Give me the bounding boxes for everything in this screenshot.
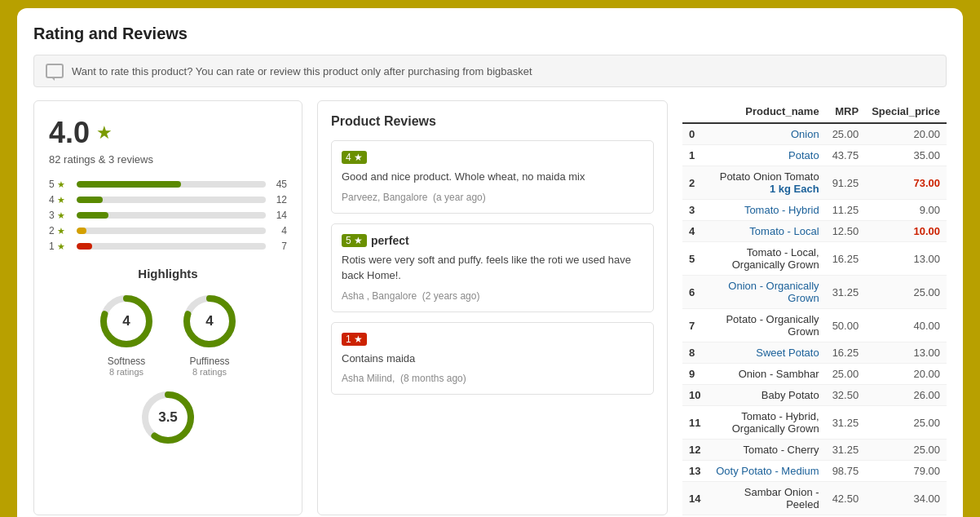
rating-score: 4.0 [49, 116, 90, 150]
cell-name: Potato - Organically Grown [707, 309, 825, 342]
info-bar: Want to rate this product? You can rate … [33, 55, 947, 87]
cell-name: Onion - Sambhar [707, 364, 825, 385]
review-title-2: perfect [371, 234, 409, 247]
cell-mrp: 11.25 [826, 200, 866, 221]
cell-name: Ooty Potato - Medium [707, 461, 825, 482]
cell-mrp: 98.75 [826, 461, 866, 482]
cell-name: Tomato - Cherry [707, 440, 825, 461]
bar-label-3: 3 ★ [49, 210, 72, 221]
table-row: 3 Tomato - Hybrid 11.25 9.00 [682, 200, 947, 221]
cell-special: 10.00 [865, 221, 947, 242]
table-panel: Product_name MRP Special_price 0 Onion 2… [682, 100, 947, 515]
col-mrp: MRP [826, 100, 866, 123]
cell-name: Sweet Potato [707, 342, 825, 364]
review-meta-3: Asha Milind, (8 months ago) [342, 373, 643, 384]
puffiness-donut: 4 [180, 292, 239, 351]
reviews-title: Product Reviews [331, 114, 654, 129]
bar-track-5 [77, 181, 266, 188]
softness-value: 4 [122, 313, 130, 329]
table-row: 12 Tomato - Cherry 31.25 25.00 [682, 440, 947, 461]
cell-index: 14 [682, 482, 707, 515]
cell-index: 9 [682, 364, 707, 385]
cell-name: Tomato - Hybrid [707, 200, 825, 221]
table-row: 8 Sweet Potato 16.25 13.00 [682, 342, 947, 364]
review-time-3: (8 months ago) [400, 373, 466, 384]
bar-fill-3 [77, 212, 108, 219]
bar-row-5: 5 ★ 45 [49, 179, 287, 190]
softness-donut: 4 [97, 292, 156, 351]
col-index [682, 100, 707, 123]
center-donut: 3.5 [139, 388, 197, 447]
cell-name: Onion - Organically Grown [707, 276, 825, 309]
bar-label-4: 4 ★ [49, 194, 72, 205]
review-card-1: 4 ★ Good and nice product. Whole wheat, … [331, 140, 654, 214]
cell-index: 13 [682, 461, 707, 482]
cell-special: 25.00 [865, 440, 947, 461]
rating-summary: 82 ratings & 3 reviews [49, 153, 287, 166]
cell-index: 12 [682, 440, 707, 461]
cell-special: 35.00 [865, 145, 947, 166]
cell-index: 2 [682, 166, 707, 200]
softness-label: Softness [108, 356, 146, 367]
review-text-1: Good and nice product. Whole wheat, no m… [342, 169, 643, 185]
cell-special: 13.00 [865, 342, 947, 364]
table-row: 2 Potato Onion Tomato 1 kg Each 91.25 73… [682, 166, 947, 200]
cell-index: 3 [682, 200, 707, 221]
main-container: Rating and Reviews Want to rate this pro… [17, 8, 963, 517]
cell-mrp: 31.25 [826, 440, 866, 461]
bar-track-2 [77, 228, 266, 234]
highlights-circles: 4 Softness 8 ratings 4 Puffiness [49, 292, 287, 377]
review-rating-row-2: 5 ★ perfect [342, 234, 643, 247]
review-badge-1: 4 ★ [342, 151, 367, 164]
cell-special: 34.00 [865, 482, 947, 515]
cell-special: 20.00 [865, 364, 947, 385]
bar-fill-5 [77, 181, 181, 188]
cell-index: 10 [682, 385, 707, 406]
puffiness-value: 4 [205, 313, 213, 329]
cell-index: 8 [682, 342, 707, 364]
cell-mrp: 25.00 [826, 123, 866, 145]
table-row: 0 Onion 25.00 20.00 [682, 123, 947, 145]
cell-name: Sambar Onion - Peeled [707, 482, 825, 515]
bar-row-3: 3 ★ 14 [49, 210, 287, 221]
review-text-2: Rotis were very soft and puffy. feels li… [342, 252, 643, 284]
cell-index: 0 [682, 123, 707, 145]
cell-name: Tomato - Local, Organically Grown [707, 242, 825, 276]
review-time-1: (a year ago) [433, 192, 486, 203]
cell-index: 11 [682, 406, 707, 440]
softness-sub: 8 ratings [109, 367, 143, 377]
cell-name: Onion [707, 123, 825, 145]
puffiness-item: 4 Puffiness 8 ratings [180, 292, 239, 377]
table-row: 10 Baby Potato 32.50 26.00 [682, 385, 947, 406]
review-author-1: Parveez, Bangalore [342, 192, 427, 203]
bar-track-4 [77, 197, 266, 203]
bar-label-1: 1 ★ [49, 241, 72, 252]
bar-fill-2 [77, 228, 86, 234]
review-meta-2: Asha , Bangalore (2 years ago) [342, 290, 643, 302]
review-time-2: (2 years ago) [422, 290, 480, 302]
bar-count-5: 45 [271, 179, 287, 190]
puffiness-label: Puffiness [189, 356, 229, 367]
cell-special: 9.00 [865, 200, 947, 221]
reviews-panel: Product Reviews 4 ★ Good and nice produc… [317, 100, 668, 515]
bar-label-2: 2 ★ [49, 225, 72, 236]
table-row: 6 Onion - Organically Grown 31.25 25.00 [682, 276, 947, 309]
bar-fill-1 [77, 243, 92, 250]
bar-count-3: 14 [271, 210, 287, 221]
bar-count-4: 12 [271, 194, 287, 205]
table-row: 9 Onion - Sambhar 25.00 20.00 [682, 364, 947, 385]
cell-special: 26.00 [865, 385, 947, 406]
cell-mrp: 42.50 [826, 482, 866, 515]
cell-special: 13.00 [865, 242, 947, 276]
bar-fill-4 [77, 197, 103, 203]
table-row: 14 Sambar Onion - Peeled 42.50 34.00 [682, 482, 947, 515]
table-row: 13 Ooty Potato - Medium 98.75 79.00 [682, 461, 947, 482]
review-badge-2: 5 ★ [342, 234, 367, 247]
rating-bars: 5 ★ 45 4 ★ 12 3 ★ 14 2 ★ 4 1 ★ 7 [49, 179, 287, 252]
table-row: 4 Tomato - Local 12.50 10.00 [682, 221, 947, 242]
bar-row-2: 2 ★ 4 [49, 225, 287, 236]
review-text-3: Contains maida [342, 351, 643, 367]
cell-mrp: 32.50 [826, 385, 866, 406]
cell-special: 40.00 [865, 309, 947, 342]
review-card-2: 5 ★ perfect Rotis were very soft and puf… [331, 223, 654, 312]
